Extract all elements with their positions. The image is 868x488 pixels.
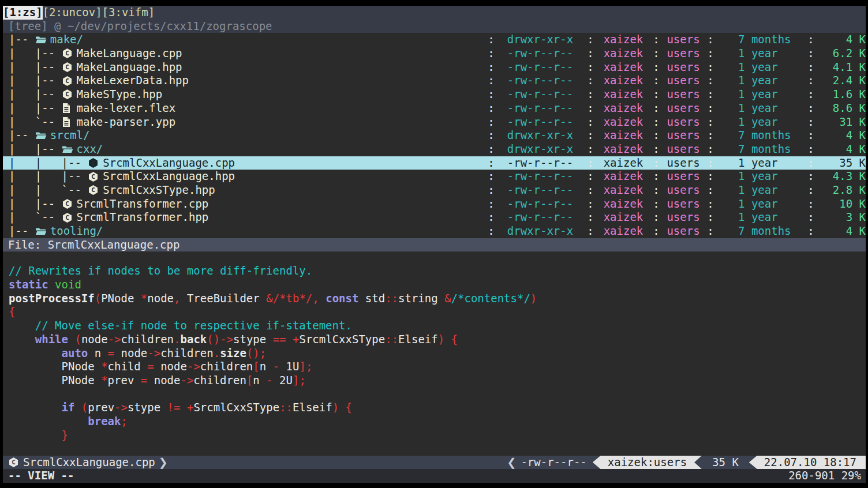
chevron-right-icon: ❯ [155, 456, 171, 470]
column-separator: : [649, 61, 663, 74]
file-permissions: -rw-r--r-- [497, 183, 583, 197]
file-size: 4.1 K [818, 61, 866, 74]
code-line: static void [9, 278, 866, 292]
file-row[interactable]: | |-- make-lexer.flex:-rw-r--r--:xaizek:… [3, 102, 866, 115]
file-owner: xaizek [597, 115, 649, 129]
status-datetime: 22.07.10 18:17 [749, 456, 866, 470]
file-owner: xaizek [597, 211, 649, 224]
file-owner: xaizek [597, 142, 649, 156]
file-size: 8.6 K [818, 102, 866, 115]
file-row[interactable]: | | |-- CSrcmlCxxLanguage.cpp:-rw-r--r--… [3, 156, 866, 170]
tmux-tab-3vifm[interactable]: [3:vifm] [102, 6, 155, 20]
file-row[interactable]: |-- tooling/:drwxr-xr-x:xaizek:users:7 m… [3, 224, 866, 238]
cpp-icon: C [62, 212, 77, 223]
column-separator: : [485, 88, 497, 102]
file-permissions: drwxr-xr-x [497, 129, 583, 142]
file-name-area: | | |-- CSrcmlCxxLanguage.hpp [3, 170, 485, 183]
cpp-icon: C [62, 89, 77, 100]
file-row[interactable]: | |-- CSrcmlTransformer.cpp:-rw-r--r--:x… [3, 197, 866, 211]
file-group: users [663, 129, 704, 142]
svg-text:C: C [91, 159, 95, 167]
column-separator: : [804, 170, 818, 183]
tree-branch: | `-- [9, 115, 62, 129]
column-separator: : [485, 102, 497, 115]
folder-icon [35, 35, 50, 45]
folder-icon [35, 130, 50, 141]
status-bar-left: C SrcmlCxxLanguage.cpp ❯ [3, 456, 503, 470]
file-group: users [663, 33, 704, 47]
file-permissions: -rw-r--r-- [497, 197, 583, 211]
column-separator: : [804, 197, 818, 211]
file-name-area: | |-- CMakeSType.hpp [3, 88, 485, 102]
column-separator: : [804, 142, 818, 156]
file-row[interactable]: | |-- CMakeLexerData.hpp:-rw-r--r--:xaiz… [3, 74, 866, 88]
file-age: 1 year [717, 170, 804, 183]
file-row[interactable]: | | `-- CSrcmlCxxSType.hpp:-rw-r--r--:xa… [3, 183, 866, 197]
file-row[interactable]: | `-- make-parser.ypp:-rw-r--r--:xaizek:… [3, 115, 866, 129]
file-name: make-parser.ypp [77, 115, 176, 129]
file-size: 31 K [818, 115, 866, 129]
tmux-tab-2uncov[interactable]: [2:uncov] [43, 6, 102, 20]
file-name-area: | `-- CSrcmlTransformer.hpp [3, 211, 485, 224]
column-separator: : [704, 47, 717, 61]
file-size: 4 K [818, 129, 866, 142]
file-permissions: -rw-r--r-- [497, 102, 583, 115]
file-permissions: drwxr-xr-x [497, 224, 583, 238]
file-row[interactable]: | | |-- CSrcmlCxxLanguage.hpp:-rw-r--r--… [3, 170, 866, 183]
file-size: 2.8 K [818, 183, 866, 197]
file-row[interactable]: | |-- CMakeLanguage.hpp:-rw-r--r--:xaize… [3, 61, 866, 74]
status-bar: C SrcmlCxxLanguage.cpp ❯ ❮ -rw-r--r-- xa… [3, 456, 866, 470]
file-age: 1 year [717, 47, 804, 61]
column-separator: : [485, 129, 497, 142]
file-name: MakeSType.hpp [77, 88, 163, 102]
file-name-area: |-- srcml/ [3, 129, 485, 142]
column-separator: : [583, 183, 597, 197]
file-permissions: -rw-r--r-- [497, 61, 583, 74]
file-size: 4 K [818, 224, 866, 238]
file-size: 35 K [818, 156, 866, 170]
column-separator: : [583, 170, 597, 183]
file-age: 1 year [717, 102, 804, 115]
file-row[interactable]: | `-- CSrcmlTransformer.hpp:-rw-r--r--:x… [3, 211, 866, 224]
code-line: auto n = node->children.size(); [9, 347, 866, 361]
file-row[interactable]: |-- srcml/:drwxr-xr-x:xaizek:users:7 mon… [3, 129, 866, 142]
mode-indicator: -- VIEW -- [8, 469, 74, 483]
column-separator: : [704, 115, 717, 129]
tree-branch: | |-- [9, 47, 62, 61]
file-group: users [663, 197, 704, 211]
tree-branch: | |-- [9, 74, 62, 88]
file-age: 7 months [717, 33, 804, 47]
column-separator: : [704, 61, 717, 74]
scroll-position: 260-901 29% [788, 469, 861, 483]
file-owner: xaizek [597, 88, 649, 102]
file-name-area: | | `-- CSrcmlCxxSType.hpp [3, 183, 485, 197]
file-owner: xaizek [597, 156, 649, 170]
file-row[interactable]: | |-- CMakeSType.hpp:-rw-r--r--:xaizek:u… [3, 88, 866, 102]
column-separator: : [583, 74, 597, 88]
tree-branch: | | `-- [9, 183, 88, 197]
file-name: SrcmlTransformer.cpp [77, 197, 209, 211]
cpp-icon: C [88, 171, 103, 182]
file-row[interactable]: | |-- cxx/:drwxr-xr-x:xaizek:users:7 mon… [3, 142, 866, 156]
file-permissions: -rw-r--r-- [497, 47, 583, 61]
file-row[interactable]: |-- make/:drwxr-xr-x:xaizek:users:7 mont… [3, 33, 866, 47]
column-separator: : [704, 170, 717, 183]
file-row[interactable]: | |-- CMakeLanguage.cpp:-rw-r--r--:xaize… [3, 47, 866, 61]
file-owner: xaizek [597, 129, 649, 142]
column-separator: : [583, 197, 597, 211]
code-line: postProcessIf(PNode *node, TreeBuilder &… [9, 292, 866, 306]
file-age: 7 months [717, 224, 804, 238]
column-separator: : [485, 224, 497, 238]
tree-branch: | | |-- [9, 156, 88, 170]
svg-text:C: C [65, 91, 69, 99]
column-separator: : [804, 211, 818, 224]
column-separator: : [485, 142, 497, 156]
file-name: MakeLexerData.hpp [77, 74, 189, 88]
tmux-tab-1zs[interactable]: [1:zs] [3, 6, 43, 20]
file-tree-list: |-- make/:drwxr-xr-x:xaizek:users:7 mont… [3, 33, 866, 238]
column-separator: : [485, 115, 497, 129]
code-preview-pane: // Rewrites if nodes to be more diff-fri… [3, 251, 866, 455]
column-separator: : [485, 33, 497, 47]
file-age: 1 year [717, 183, 804, 197]
file-name: make/ [50, 33, 83, 47]
